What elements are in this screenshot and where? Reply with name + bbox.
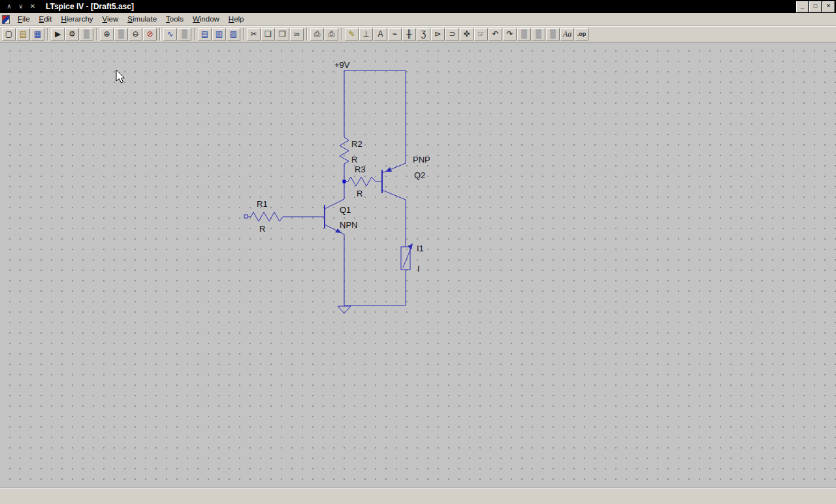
mirror-button: █ (532, 28, 545, 40)
minimize-button[interactable]: _ (796, 1, 809, 12)
open-file-button[interactable]: ▤ (16, 28, 30, 40)
inactive-tool-button-2: █ (546, 28, 560, 40)
mouse-cursor (116, 70, 125, 83)
menu-bar: File Edit Hierarchy View Simulate Tools … (0, 13, 836, 26)
toolbar-separator (96, 28, 97, 40)
resistor-body[interactable] (340, 134, 349, 166)
title-bar-left-controls: ∧ ∨ ✕ (4, 2, 38, 11)
move-button[interactable]: ✜ (460, 28, 474, 40)
i1-value-label[interactable]: I (417, 264, 420, 274)
open-terminal[interactable] (244, 215, 248, 218)
toolbar-separator (159, 28, 161, 40)
close-window-button[interactable]: ✕ (27, 2, 38, 11)
close-button[interactable]: ✕ (822, 1, 835, 12)
collector-emitter (382, 163, 406, 200)
schematic-svg: +9V R2 R R3 R PNP Q2 Q1 NPN R1 R I1 I (0, 42, 836, 488)
print-button[interactable]: ⎙ (325, 28, 338, 40)
menu-simulate[interactable]: Simulate (123, 14, 161, 25)
menu-help[interactable]: Help (224, 14, 249, 25)
cut-button[interactable]: ✂ (247, 28, 261, 40)
menu-view[interactable]: View (98, 14, 123, 25)
zoom-area-button[interactable]: ⊕ (100, 28, 114, 40)
rotate-button: █ (517, 28, 531, 40)
resistor-r3[interactable] (344, 177, 382, 186)
inactive-tool-button-1: █ (178, 28, 191, 40)
menu-file[interactable]: File (13, 14, 35, 25)
drag-button[interactable]: ☞ (474, 28, 488, 40)
new-schematic-button[interactable]: ▢ (2, 28, 16, 40)
zoom-out-button[interactable]: ⊖ (129, 28, 142, 40)
cascade-windows-button[interactable]: ▨ (227, 28, 240, 40)
transistor-q2[interactable] (382, 163, 406, 200)
place-diode-button[interactable]: ⊳ (431, 28, 445, 40)
wire[interactable] (285, 71, 406, 306)
save-button[interactable]: ▦ (31, 28, 44, 40)
ltspice-window: ∧ ∨ ✕ LTspice IV - [Draft5.asc] _ □ ✕ Fi… (0, 0, 836, 504)
zoom-back-button: █ (114, 28, 128, 40)
shade-button[interactable]: ∧ (4, 2, 14, 11)
wire-net[interactable] (285, 71, 406, 306)
schematic-canvas[interactable]: +9V R2 R R3 R PNP Q2 Q1 NPN R1 R I1 I (0, 42, 836, 488)
control-panel-button[interactable]: ⚙ (65, 28, 79, 40)
toolbar-separator (194, 28, 195, 40)
menu-edit[interactable]: Edit (35, 14, 57, 25)
tile-horizontal-button[interactable]: ▤ (198, 28, 212, 40)
place-net-label-button[interactable]: A (374, 28, 387, 40)
draw-wire-button[interactable]: ✎ (345, 28, 359, 40)
q2-type-label[interactable]: PNP (413, 155, 430, 165)
toolbar-separator (47, 28, 48, 40)
r3-name-label[interactable]: R3 (355, 165, 366, 174)
toolbar-separator (306, 28, 308, 40)
run-button[interactable]: ▶ (51, 28, 65, 40)
current-source-i1[interactable] (401, 244, 413, 270)
undo-button[interactable]: ↶ (489, 28, 502, 40)
r1-name-label[interactable]: R1 (257, 199, 268, 209)
paste-button[interactable]: ❒ (276, 28, 289, 40)
toolbar: ▢ ▤ ▦ ▶ ⚙ █ ⊕ █ ⊖ ⊘ ∿ █ ▤ ▥ ▨ ✂ ❏ ❒ ∞ ⎙ … (0, 26, 836, 42)
resistor-r1[interactable] (244, 212, 285, 221)
tile-vertical-button[interactable]: ▥ (212, 28, 226, 40)
place-capacitor-button[interactable]: ╫ (402, 28, 416, 40)
window-title: LTspice IV - [Draft5.asc] (46, 2, 134, 11)
supply-label[interactable]: +9V (334, 60, 350, 70)
q1-name-label[interactable]: Q1 (340, 205, 351, 215)
spice-directive-button[interactable]: .op (575, 28, 588, 40)
source-body[interactable] (401, 247, 410, 270)
ground-triangle (338, 306, 351, 313)
app-icon (2, 15, 10, 24)
place-ground-button[interactable]: ⊥ (359, 28, 373, 40)
halt-button: █ (80, 28, 93, 40)
resistor-body[interactable] (344, 177, 382, 186)
r2-value-label[interactable]: R (351, 155, 357, 165)
print-preview-button[interactable]: ⎙ (310, 28, 324, 40)
menu-window[interactable]: Window (188, 14, 224, 25)
maximize-button[interactable]: □ (809, 1, 822, 12)
i1-name-label[interactable]: I1 (417, 244, 424, 253)
resistor-r2[interactable] (340, 134, 349, 166)
status-bar (0, 488, 836, 504)
r1-value-label[interactable]: R (259, 224, 265, 234)
unshade-button[interactable]: ∨ (16, 2, 26, 11)
place-inductor-button[interactable]: Ʒ (417, 28, 430, 40)
place-resistor-button[interactable]: ⌁ (388, 28, 402, 40)
r3-value-label[interactable]: R (357, 189, 362, 198)
copy-button[interactable]: ❏ (261, 28, 275, 40)
autorange-y-axis-button[interactable]: ∿ (163, 28, 177, 40)
toolbar-separator (243, 28, 244, 40)
menu-hierarchy[interactable]: Hierarchy (56, 14, 97, 25)
title-bar: ∧ ∨ ✕ LTspice IV - [Draft5.asc] _ □ ✕ (0, 0, 836, 13)
ground-symbol[interactable] (338, 306, 351, 313)
toolbar-separator (341, 28, 342, 40)
find-button[interactable]: ∞ (290, 28, 304, 40)
q1-type-label[interactable]: NPN (340, 220, 357, 230)
zoom-full-extents-button[interactable]: ⊘ (143, 28, 157, 40)
redo-button[interactable]: ↷ (503, 28, 517, 40)
title-bar-right-controls: _ □ ✕ (796, 1, 836, 12)
q2-name-label[interactable]: Q2 (414, 170, 425, 180)
emitter-arrow (385, 167, 392, 172)
r2-name-label[interactable]: R2 (351, 139, 362, 149)
menu-tools[interactable]: Tools (161, 14, 188, 25)
place-component-button[interactable]: ⊃ (445, 28, 459, 40)
resistor-body[interactable] (248, 212, 285, 221)
text-tool-button[interactable]: Aa (560, 28, 574, 40)
